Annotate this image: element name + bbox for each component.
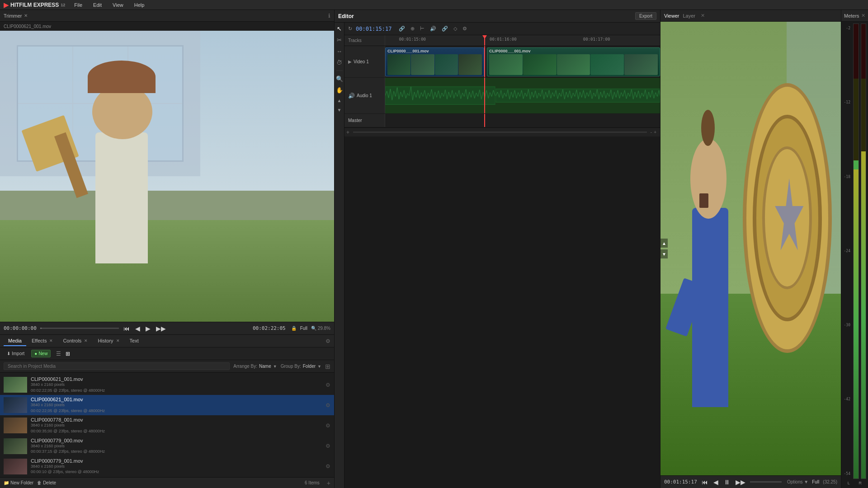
tool-select[interactable]: ↖ [336,24,343,33]
tool-arrow-up[interactable]: ▲ [336,97,343,104]
media-settings-icon[interactable]: ⚙ [326,338,330,344]
menu-help[interactable]: Help [132,1,146,9]
trim-mark-in[interactable]: 🔒 [291,326,297,331]
ed-link-btn[interactable]: 🔗 [440,25,450,33]
trim-fwd-btn[interactable]: ▶▶ [155,324,167,333]
timeline-zoom-in[interactable]: + [654,130,656,135]
viewer-fwd-btn[interactable]: ▶▶ [735,478,746,487]
video-track-name: Video 1 [354,59,369,64]
viewer-play-btn[interactable]: ⏸ [723,478,731,487]
tool-hand[interactable]: ✋ [335,86,344,94]
tab-effects[interactable]: Effects ✕ [27,336,57,346]
delete-icon: 🗑 [37,480,42,485]
tool-slip[interactable]: ↔ [335,47,343,56]
meter-right [861,23,867,479]
export-button[interactable]: Export [635,12,656,20]
add-track-btn[interactable]: + [327,479,330,487]
menu-view[interactable]: View [111,1,125,9]
viewer-nav-down[interactable]: ▼ [660,249,668,258]
layer-close[interactable]: ✕ [701,13,705,19]
file-name-1: CLIP0000621_001.mov [31,397,322,402]
frame-8 [590,54,624,75]
timeline-zoom-out[interactable]: - [651,130,652,135]
trim-prev-btn[interactable]: ⏮ [123,324,131,333]
audio-track-content[interactable] [385,78,660,113]
app-logo: ▶ HITFILM EXPRESS 12 [4,1,65,9]
svg-rect-2 [385,87,495,105]
ed-magnet-btn[interactable]: ⊕ [409,25,416,33]
ed-markers-btn[interactable]: ◇ [452,25,459,33]
tab-effects-close[interactable]: ✕ [49,338,53,343]
file-item-2[interactable]: CLIP0000778_001.mov 3840 x 2160 pixels 0… [0,415,334,436]
video-track-expand[interactable]: ▶ [348,59,352,64]
ed-audio-btn[interactable]: 🔊 [428,25,438,33]
trim-play-btn[interactable]: ▶ [145,324,151,333]
file-item-3[interactable]: CLIP0000779_000.mov 3840 x 2160 pixels 0… [0,436,334,456]
viewer-prev-btn[interactable]: ⏮ [701,478,709,487]
search-input[interactable] [4,362,230,370]
tab-media[interactable]: Media [4,336,26,346]
filter-icon[interactable]: ⊞ [325,363,330,370]
ed-loop-btn[interactable]: ↻ [346,25,354,33]
master-track-content[interactable] [385,114,660,127]
file-item-1[interactable]: CLIP0000621_001.mov 3840 x 2160 pixels 0… [0,395,334,415]
viewer-back-btn[interactable]: ◀ [712,478,719,487]
tab-controls[interactable]: Controls ✕ [58,336,92,346]
file-options-2[interactable]: ⚙ [326,422,330,429]
video-clip-2[interactable]: CLIP0000___001.mov [487,47,660,76]
tool-razor[interactable]: ✂ [336,36,343,44]
menu-edit[interactable]: Edit [91,1,104,9]
grid-view-btn[interactable]: ⊞ [64,350,72,358]
meter-active-l [854,169,859,479]
arrange-by-value[interactable]: Name [259,364,271,369]
viewer-quality[interactable]: Full [812,479,819,484]
tool-zoom[interactable]: 🔍 [335,75,344,83]
viewer-scrubber[interactable] [750,481,782,483]
tab-history[interactable]: History ✕ [93,336,124,346]
file-item-4[interactable]: CLIP0000779_001.mov 3840 x 2160 pixels 0… [0,456,334,477]
group-by-value[interactable]: Folder [303,364,316,369]
frame-2 [411,54,434,75]
file-options-0[interactable]: ⚙ [326,382,330,388]
trim-back-btn[interactable]: ◀ [134,324,141,333]
ed-settings-btn[interactable]: ⚙ [461,25,469,33]
ed-snap-btn[interactable]: 🔗 [397,25,407,33]
meters-close[interactable]: ✕ [861,13,865,19]
viewer-tab-layer[interactable]: Layer [683,13,695,19]
video-track-content[interactable]: CLIP0000___001.mov [385,46,660,77]
delete-btn[interactable]: 🗑 Delete [37,480,56,485]
tool-arrow-down[interactable]: ▼ [336,107,343,113]
file-options-3[interactable]: ⚙ [326,443,330,449]
timeline-scrollbar[interactable] [353,131,647,133]
viewer-nav-up[interactable]: ▲ [660,239,668,248]
tool-sidebar: ↖ ✂ ↔ ⏱ 🔍 ✋ ▲ ▼ [335,23,344,488]
trim-quality[interactable]: Full [300,326,307,331]
file-options-1[interactable]: ⚙ [326,402,330,408]
list-view-btn[interactable]: ☰ [54,350,63,358]
tab-history-close[interactable]: ✕ [116,338,120,343]
file-options-4[interactable]: ⚙ [326,463,330,469]
add-track-icon[interactable]: + [346,129,349,136]
viewer-options-btn[interactable]: Options ▼ [787,479,808,484]
frame-1 [387,54,410,75]
new-button[interactable]: ● New [31,350,51,357]
file-meta-0b: 00:02:22;05 @ 23fps, stereo @ 48000Hz [31,388,322,394]
tool-rate[interactable]: ⏱ [335,58,343,67]
trimmer-scrubber[interactable] [40,328,119,329]
trimmer-close[interactable]: ✕ [24,13,28,18]
svg-rect-3 [496,89,660,103]
tracks-header-label: Tracks [348,38,362,43]
menu-file[interactable]: File [72,1,84,9]
file-info-2: CLIP0000778_001.mov 3840 x 2160 pixels 0… [31,417,322,434]
file-item-0[interactable]: CLIP0000621_001.mov 3840 x 2160 pixels 0… [0,375,334,395]
new-folder-btn[interactable]: 📁 New Folder [4,480,33,485]
video-clip-1[interactable]: CLIP0000___001.mov [385,47,484,76]
tab-controls-close[interactable]: ✕ [84,338,88,343]
viewer-panel: Viewer Layer ✕ [660,10,841,488]
video-clip-2-name: CLIP0000___001.mov [489,49,658,53]
import-button[interactable]: ⬇ Import [4,350,28,357]
ruler-marks[interactable]: 00:01:15:00 00:01:16:00 00:01:17:00 [385,35,660,46]
tab-text[interactable]: Text [125,336,143,346]
ed-split-btn[interactable]: ⊢ [418,25,426,33]
viewer-tab-active[interactable]: Viewer [664,13,679,19]
